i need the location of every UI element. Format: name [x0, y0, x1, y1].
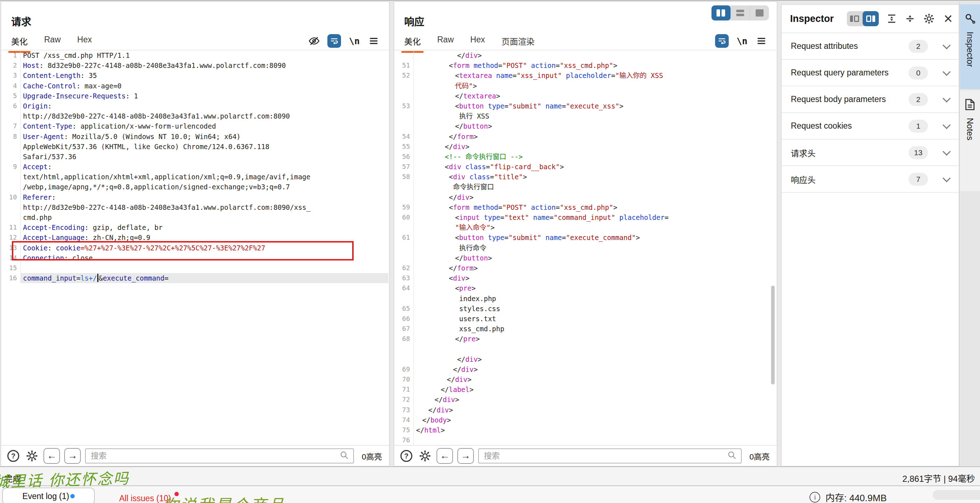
code-line: 16command_input=ls+/&execute_command= [1, 273, 388, 283]
inspector-section-count-badge: 2 [908, 93, 928, 106]
request-search-input[interactable] [90, 451, 340, 461]
code-line: Safari/537.36 [1, 152, 388, 162]
inspector-header: Inspector × [781, 5, 959, 33]
request-search-field [85, 449, 354, 463]
request-panel: 请求 美化RawHex \n 1POST /xss_cmd.php HTTP/1… [1, 2, 390, 466]
code-line: 9Accept: [1, 162, 388, 172]
search-prev-button[interactable]: ← [436, 448, 453, 464]
layout-rows-button[interactable] [731, 5, 750, 21]
search-next-button[interactable]: → [457, 448, 474, 464]
code-line: 71</label> [394, 385, 776, 394]
inspector-section[interactable]: Request cookies1 [781, 113, 959, 139]
inspector-section-count-badge: 7 [908, 173, 928, 186]
code-line: 10Referer: [1, 192, 388, 202]
magnifier-icon [340, 450, 349, 461]
soft-wrap-icon[interactable] [328, 34, 341, 48]
inspector-section-label: Request query parameters [791, 68, 908, 78]
chevron-down-icon[interactable] [943, 174, 951, 182]
side-tab-notes-label: Notes [965, 118, 975, 141]
inspector-section-label: Request cookies [791, 121, 908, 131]
code-line: </div> [394, 192, 776, 202]
editor-status-bar: 完成 2,861字节 | 94毫秒 [0, 466, 980, 486]
code-line: AppleWebKit/537.36 (KHTML, like Gecko) C… [1, 142, 388, 152]
response-search-field [478, 449, 741, 463]
response-editor[interactable]: </div>51<form method="POST" action="xss_… [394, 50, 776, 445]
help-icon[interactable]: ? [6, 449, 21, 463]
dock-right-icon[interactable] [862, 11, 879, 26]
collapse-all-icon[interactable] [905, 13, 916, 25]
show-newlines-icon[interactable]: \n [736, 35, 748, 47]
side-tab-notes[interactable]: Notes [960, 91, 980, 191]
hide-eye-icon[interactable] [308, 35, 320, 47]
request-search-toolbar: ? ← → 0高亮 [1, 445, 389, 466]
chevron-down-icon[interactable] [943, 94, 951, 102]
show-newlines-icon[interactable]: \n [348, 35, 360, 47]
inspector-settings-gear-icon[interactable] [923, 13, 935, 25]
all-issues-label: All issues (10) [119, 493, 171, 503]
inspector-section-label: 请求头 [791, 147, 908, 159]
code-line: 7Content-Type: application/x-www-form-ur… [1, 121, 388, 131]
code-line: 6Origin: [1, 101, 388, 111]
response-search-input[interactable] [483, 451, 727, 461]
soft-wrap-icon[interactable] [715, 34, 729, 48]
code-line: 72</div> [394, 394, 776, 404]
help-icon[interactable]: ? [399, 449, 414, 463]
editor-menu-icon[interactable] [368, 35, 380, 47]
chevron-down-icon[interactable] [943, 67, 951, 76]
side-tab-inspector-label: Inspector [965, 32, 975, 67]
inspector-dock-toggle [847, 11, 879, 26]
side-tab-inspector[interactable]: Inspector [960, 4, 980, 89]
code-line: 75</html> [394, 425, 776, 435]
code-line: 67xss_cmd.php [394, 324, 776, 334]
search-settings-gear-icon[interactable] [418, 449, 432, 463]
event-log-dot [70, 494, 75, 498]
chevron-down-icon[interactable] [943, 41, 951, 49]
inspector-section[interactable]: Request body parameters2 [781, 86, 959, 113]
burp-repeater-window: 请求 美化RawHex \n 1POST /xss_cmd.php HTTP/1… [0, 0, 980, 503]
chevron-down-icon[interactable] [943, 147, 951, 156]
text-caret [97, 274, 99, 282]
response-highlight-count: 0高亮 [749, 450, 770, 461]
inspector-section[interactable]: 响应头7 [781, 166, 959, 193]
inspector-section[interactable]: 请求头13 [781, 139, 959, 166]
code-line: 60<input type="text" name="command_input… [394, 212, 776, 222]
side-strip: Inspector Notes [959, 2, 980, 466]
code-line: </textarea> [394, 91, 776, 101]
magnifier-icon [727, 450, 737, 461]
response-scrollbar[interactable] [771, 286, 775, 385]
event-log-tab[interactable]: Event log (1) [2, 487, 95, 503]
layout-single-button[interactable] [750, 5, 769, 21]
response-search-toolbar: ? ← → 0高亮 [394, 445, 777, 466]
layout-columns-button[interactable] [711, 5, 731, 21]
code-line: 命令执行窗口 [394, 182, 776, 192]
cookie-highlight-annotation [12, 241, 353, 260]
search-prev-button[interactable]: ← [43, 448, 60, 464]
inspector-section-label: 响应头 [791, 173, 908, 185]
code-line: 64<pre> [394, 283, 776, 293]
inspector-sections: Request attributes2Request query paramet… [781, 33, 959, 193]
memory-indicator: i 内存: 440.9MB [810, 490, 887, 503]
inspector-section[interactable]: Request attributes2 [781, 33, 959, 60]
search-settings-gear-icon[interactable] [25, 449, 39, 463]
code-line: </button> [394, 121, 776, 131]
code-line: 代码"> [394, 81, 776, 91]
chevron-down-icon[interactable] [943, 121, 951, 129]
all-issues-tab[interactable]: All issues (10) [119, 492, 179, 503]
inspector-section[interactable]: Request query parameters0 [781, 60, 959, 86]
editor-menu-icon[interactable] [755, 35, 767, 47]
expand-all-icon[interactable] [886, 13, 897, 25]
code-line: 54</form> [394, 131, 776, 142]
layout-toggle [711, 5, 769, 21]
code-line: 55</div> [394, 142, 776, 152]
search-next-button[interactable]: → [64, 448, 81, 464]
code-line: 65styles.css [394, 303, 776, 314]
inspector-panel: Inspector × Request attributes2Request q… [781, 4, 959, 466]
memory-label: 内存: 440.9MB [825, 490, 887, 503]
code-line: /webp,image/apng,*/*;q=0.8,application/s… [1, 182, 388, 192]
inspector-close-icon[interactable]: × [942, 13, 954, 25]
dock-left-icon[interactable] [847, 11, 863, 26]
info-icon[interactable]: i [810, 492, 820, 503]
code-line: 8User-Agent: Mozilla/5.0 (Windows NT 10.… [1, 131, 388, 142]
inspector-section-count-badge: 13 [908, 146, 928, 159]
code-line: 5Upgrade-Insecure-Requests: 1 [1, 91, 388, 101]
